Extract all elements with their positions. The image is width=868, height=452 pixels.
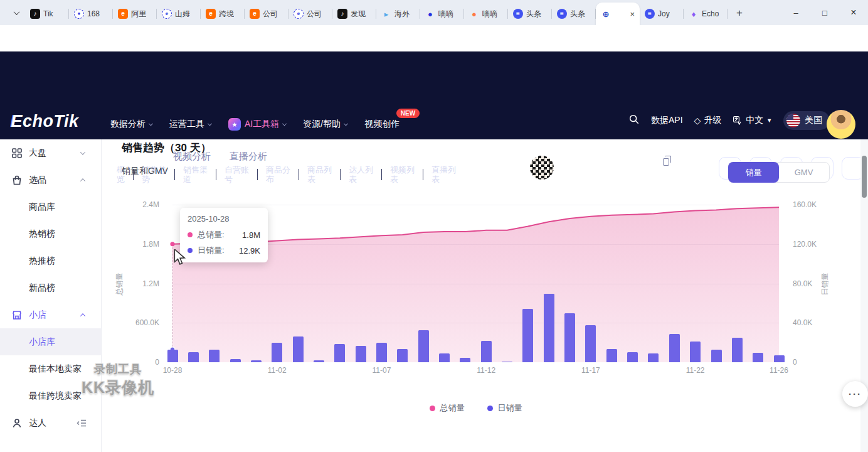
browser-tab-1[interactable]: ●168 bbox=[69, 3, 113, 25]
sidebar-item-达人[interactable]: 达人 bbox=[0, 409, 101, 436]
browser-tab-4[interactable]: e跨境 bbox=[201, 3, 245, 25]
browser-tab-10[interactable]: ●嘀嘀 bbox=[464, 3, 508, 25]
x-tick-11-17: 11-17 bbox=[581, 366, 600, 375]
sidebar-collapse-icon[interactable] bbox=[76, 417, 87, 429]
daily-sales-bar-11-20[interactable] bbox=[648, 353, 659, 362]
daily-sales-bar-11-08[interactable] bbox=[397, 349, 408, 362]
browser-tab-6[interactable]: e公司 bbox=[288, 3, 332, 25]
daily-sales-bar-11-16[interactable] bbox=[564, 313, 575, 362]
toggle-option-GMV[interactable]: GMV bbox=[778, 163, 829, 182]
subtab-5[interactable]: 商品列表 bbox=[307, 165, 332, 184]
daily-sales-bar-11-24[interactable] bbox=[732, 338, 743, 362]
daily-sales-bar-11-13[interactable] bbox=[502, 362, 512, 362]
daily-sales-bar-11-22[interactable] bbox=[690, 342, 701, 362]
nav-item-1[interactable]: 运营工具 bbox=[169, 119, 211, 130]
copy-icon[interactable] bbox=[663, 158, 669, 166]
subtab-line: 商品分 bbox=[266, 165, 290, 175]
daily-sales-bar-10-31[interactable] bbox=[230, 359, 241, 362]
daily-sales-bar-11-02[interactable] bbox=[272, 343, 282, 362]
nav-item-label: 资源/帮助 bbox=[303, 119, 341, 130]
subtab-line: 表 bbox=[307, 175, 332, 184]
daily-sales-bar-11-03[interactable] bbox=[293, 336, 304, 362]
search-icon[interactable] bbox=[628, 114, 640, 127]
legend-item-日销量[interactable]: 日销量 bbox=[487, 402, 522, 414]
browser-tab-12[interactable]: ≡头条 bbox=[552, 3, 596, 25]
nav-item-0[interactable]: 数据分析 bbox=[110, 119, 152, 130]
sidebar-item-新品榜[interactable]: 新品榜 bbox=[0, 274, 101, 301]
daily-sales-bar-11-18[interactable] bbox=[606, 349, 617, 362]
subtab-2[interactable]: 销售渠道 bbox=[183, 165, 208, 184]
scrollbar-thumb[interactable] bbox=[862, 156, 867, 198]
daily-sales-bar-11-04[interactable] bbox=[314, 360, 324, 362]
analysis-tab-2[interactable]: 直播分析 bbox=[230, 151, 267, 163]
data-api-link[interactable]: 数据API bbox=[651, 115, 683, 126]
browser-tab-5[interactable]: e公司 bbox=[245, 3, 288, 25]
maximize-button[interactable]: □ bbox=[810, 0, 839, 25]
close-window-button[interactable]: × bbox=[839, 0, 868, 25]
subtab-4[interactable]: 商品分布 bbox=[266, 165, 290, 184]
daily-sales-bar-11-12[interactable] bbox=[481, 341, 492, 362]
daily-sales-bar-11-09[interactable] bbox=[418, 330, 429, 363]
daily-sales-bar-10-28[interactable] bbox=[167, 350, 178, 362]
sidebar-item-商品库[interactable]: 商品库 bbox=[0, 193, 101, 220]
subtab-6[interactable]: 达人列表 bbox=[349, 165, 373, 184]
daily-sales-bar-11-26[interactable] bbox=[774, 355, 785, 362]
subtab-8[interactable]: 直播列表 bbox=[431, 165, 456, 184]
daily-sales-bar-11-05[interactable] bbox=[334, 344, 345, 362]
daily-sales-bar-11-11[interactable] bbox=[460, 358, 470, 362]
language-switch[interactable]: 中文▼ bbox=[733, 115, 772, 126]
translate-icon bbox=[733, 116, 743, 126]
subtab-3[interactable]: 自营账号 bbox=[225, 165, 249, 184]
tab-search-button[interactable] bbox=[9, 6, 24, 19]
legend-item-总销量[interactable]: 总销量 bbox=[430, 402, 465, 414]
right-tick-40.0K: 40.0K bbox=[793, 318, 832, 327]
left-tick-1.2M: 1.2M bbox=[120, 279, 159, 288]
browser-tab-11[interactable]: ≡头条 bbox=[508, 3, 552, 25]
browser-tab-15[interactable]: ♦Echo bbox=[684, 3, 728, 25]
subtab-line: 表 bbox=[431, 175, 456, 184]
nav-item-3[interactable]: 资源/帮助 bbox=[303, 119, 347, 130]
minimize-button[interactable]: – bbox=[781, 0, 810, 25]
daily-sales-bar-11-06[interactable] bbox=[356, 346, 366, 362]
tab-close-icon[interactable]: × bbox=[630, 10, 635, 18]
daily-sales-bar-10-30[interactable] bbox=[209, 350, 220, 362]
sidebar-item-选品[interactable]: 选品 bbox=[0, 166, 101, 193]
upgrade-link[interactable]: ◇升级 bbox=[694, 115, 722, 126]
sidebar-item-热销榜[interactable]: 热销榜 bbox=[0, 220, 101, 247]
sidebar: 大盘选品商品库热销榜热推榜新品榜小店小店库最佳本地卖家最佳跨境卖家达人 bbox=[0, 139, 102, 452]
daily-sales-bar-11-07[interactable] bbox=[376, 343, 387, 362]
browser-tab-9[interactable]: ●嘀嘀 bbox=[420, 3, 464, 25]
sidebar-item-热推榜[interactable]: 热推榜 bbox=[0, 247, 101, 274]
sidebar-item-小店[interactable]: 小店 bbox=[0, 301, 101, 328]
tab-label: 嘀嘀 bbox=[482, 9, 497, 19]
nav-item-2[interactable]: ★AI工具箱 bbox=[228, 118, 286, 131]
daily-sales-bar-11-17[interactable] bbox=[585, 325, 596, 362]
diamond-icon: ◇ bbox=[694, 116, 701, 126]
daily-sales-bar-11-25[interactable] bbox=[753, 353, 763, 362]
daily-sales-bar-11-23[interactable] bbox=[711, 350, 722, 362]
browser-tab-0[interactable]: ♪Tik bbox=[25, 3, 69, 25]
daily-sales-bar-11-15[interactable] bbox=[544, 294, 554, 362]
new-tab-button[interactable]: + bbox=[731, 5, 748, 21]
browser-tab-3[interactable]: e山姆 bbox=[157, 3, 201, 25]
browser-tab-2[interactable]: e阿里 bbox=[113, 3, 157, 25]
echotik-logo[interactable]: EEchoTik bbox=[10, 112, 79, 131]
daily-sales-bar-11-14[interactable] bbox=[522, 309, 533, 362]
toggle-option-销量[interactable]: 销量 bbox=[728, 162, 779, 183]
browser-tab-14[interactable]: ≡Joy bbox=[640, 3, 684, 25]
nav-item-4[interactable]: 视频创作NEW bbox=[364, 119, 400, 130]
sidebar-item-大盘[interactable]: 大盘 bbox=[0, 139, 101, 166]
browser-tab-13[interactable]: ⊕× bbox=[596, 3, 640, 25]
user-avatar[interactable] bbox=[827, 110, 855, 139]
more-options-button[interactable]: ··· bbox=[842, 381, 868, 407]
browser-tab-8[interactable]: ▸海外 bbox=[376, 3, 420, 25]
daily-sales-bar-11-01[interactable] bbox=[251, 360, 262, 362]
daily-sales-bar-11-21[interactable] bbox=[669, 334, 680, 362]
daily-sales-bar-11-10[interactable] bbox=[439, 353, 450, 362]
daily-sales-bar-10-29[interactable] bbox=[188, 352, 199, 362]
region-selector[interactable]: 美国 bbox=[783, 111, 830, 130]
daily-sales-bar-11-19[interactable] bbox=[627, 352, 638, 362]
sidebar-item-小店库[interactable]: 小店库 bbox=[0, 328, 101, 355]
browser-tab-7[interactable]: ♪发现 bbox=[332, 3, 376, 25]
subtab-7[interactable]: 视频列表 bbox=[390, 165, 415, 184]
